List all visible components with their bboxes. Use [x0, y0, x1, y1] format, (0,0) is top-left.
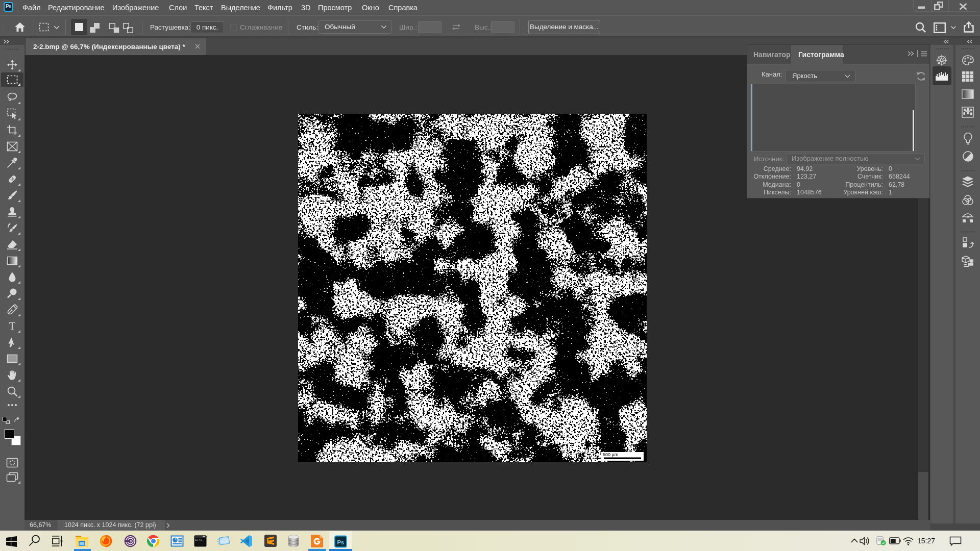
- svg-text:Ps: Ps: [337, 539, 344, 545]
- svg-text:T: T: [9, 320, 16, 332]
- svg-text:C:\»_: C:\»_: [195, 538, 204, 542]
